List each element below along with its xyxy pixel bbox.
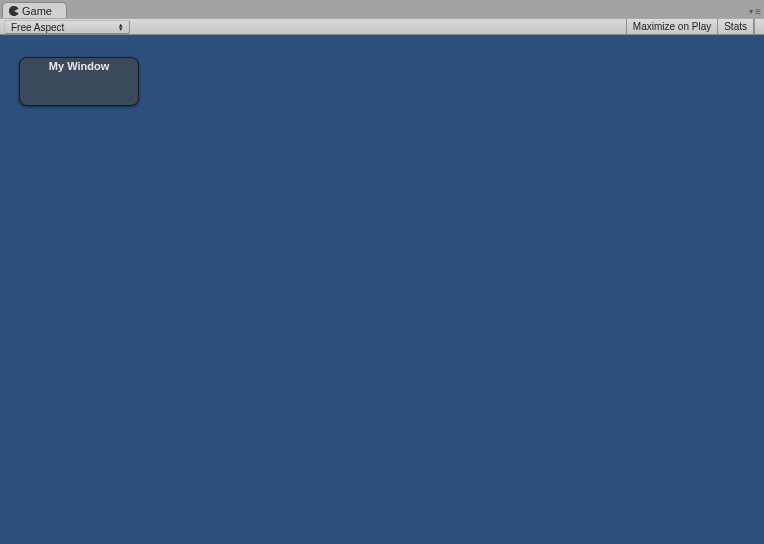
tab-bar: Game ▾ ≡ (0, 0, 764, 18)
aspect-ratio-dropdown[interactable]: Free Aspect ▴▾ (4, 20, 130, 34)
aspect-ratio-label: Free Aspect (11, 22, 64, 33)
gui-window[interactable]: My Window (19, 57, 139, 106)
toolbar-end-spacer (754, 19, 764, 34)
game-viewport: My Window (0, 35, 764, 544)
tab-options-button[interactable]: ▾ ≡ (749, 6, 760, 18)
dropdown-icon: ▾ (749, 7, 753, 16)
menu-lines-icon: ≡ (755, 6, 760, 17)
stats-label: Stats (724, 21, 747, 32)
maximize-on-play-toggle[interactable]: Maximize on Play (626, 19, 717, 34)
stats-toggle[interactable]: Stats (717, 19, 754, 34)
updown-arrows-icon: ▴▾ (119, 23, 123, 31)
game-toolbar: Free Aspect ▴▾ Maximize on Play Stats (0, 18, 764, 35)
tab-game[interactable]: Game (2, 2, 67, 18)
tab-label: Game (22, 5, 52, 17)
pacman-icon (9, 6, 19, 16)
gui-window-title: My Window (20, 58, 138, 72)
maximize-label: Maximize on Play (633, 21, 711, 32)
